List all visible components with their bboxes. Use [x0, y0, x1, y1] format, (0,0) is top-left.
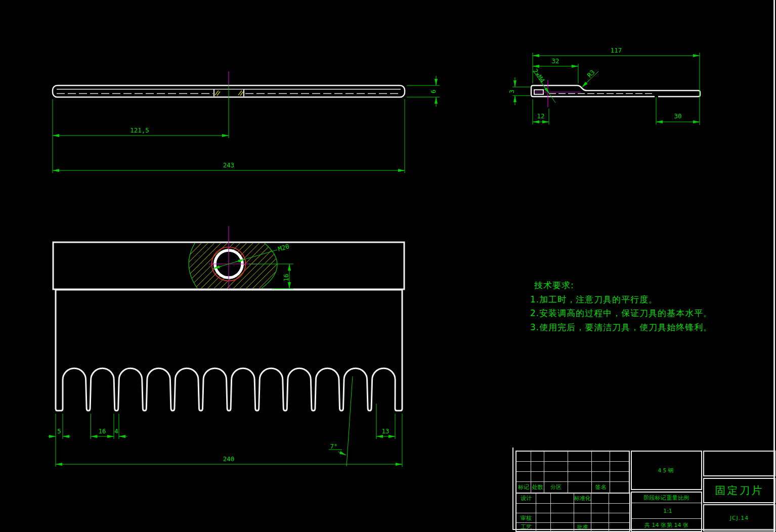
sheets-total: 共 14 张: [644, 521, 666, 529]
dim-side-total: 117: [611, 47, 622, 54]
dim-slot-width: 5: [57, 427, 61, 435]
dim-side-edge: 30: [674, 112, 681, 120]
dim-thread-depth: 16: [282, 274, 290, 281]
blade-profile-outline: [531, 85, 700, 97]
tech-req-item: 1.加工时，注意刀具的平行度。: [530, 293, 753, 307]
label-stage-mark: 阶段标记: [644, 494, 666, 502]
dim-tooth-pitch: 16: [98, 427, 106, 435]
top-view: 121,5 243 6: [53, 71, 440, 173]
dim-tooth-width: 4: [114, 427, 118, 435]
revision-table: 标记 处数 分区 签名: [515, 451, 630, 494]
label-scale: 比例: [678, 494, 689, 502]
dim-half-length: 121,5: [130, 126, 149, 134]
scale-table: 阶段标记 重量 比例 1:1 共 14 张 第 14 张: [631, 492, 702, 532]
tech-req-title: 技术要求:: [534, 279, 753, 293]
frame-titleblock-left: [512, 448, 513, 530]
empty-box: [703, 451, 775, 476]
dim-side-step: 32: [551, 57, 559, 65]
drawing-number-box: JCJ.14: [703, 504, 775, 531]
dim-side-hole: 12: [537, 112, 544, 120]
dim-total-length: 243: [223, 161, 235, 169]
label-signature: 签名: [592, 482, 610, 493]
side-view: 117 32 12 30 3 2×M4 R3: [508, 47, 700, 125]
tech-req-item: 3.使用完后，要清洁刀具，使刀具始终锋利。: [530, 321, 753, 335]
label-weight: 重量: [667, 494, 678, 502]
dim-side-thickness: 3: [508, 90, 515, 94]
dim-height: 6: [429, 90, 437, 94]
label-zone: 分区: [544, 482, 568, 493]
frame-right: [773, 0, 775, 532]
frame-bottom: [512, 529, 775, 530]
drawing-number: JCJ.14: [704, 505, 774, 530]
sheet-number: 第 14 张: [667, 521, 688, 529]
label-mark: 标记: [516, 482, 531, 493]
scale-value: 1:1: [663, 508, 672, 514]
material-value: 45钢: [632, 452, 701, 489]
label-m4-holes: 2×M4: [532, 67, 547, 84]
label-count: 处数: [531, 482, 544, 493]
front-view: M20 16 5 16 4 13 7° 240: [48, 226, 404, 467]
label-review: 审核: [516, 513, 536, 522]
dim-front-total: 240: [223, 455, 235, 463]
technical-requirements: 技术要求: 1.加工时，注意刀具的平行度。 2.安装调高的过程中，保证刀具的基本…: [530, 279, 753, 334]
tech-req-item: 2.安装调高的过程中，保证刀具的基本水平。: [530, 306, 753, 321]
material-box: 45钢: [631, 451, 702, 490]
dim-tooth-angle: 7°: [330, 442, 337, 450]
part-name: 固定刀片: [704, 479, 774, 502]
dim-last-tooth: 13: [381, 427, 389, 435]
label-standardize: 标准化: [574, 494, 591, 503]
label-design: 设计: [516, 494, 536, 503]
comb-body-outline: [56, 290, 402, 411]
approval-table: 设计 标准化 审核 工艺 批准: [515, 493, 630, 532]
part-name-box: 固定刀片: [703, 478, 775, 503]
label-fillet-r3: R3: [586, 68, 596, 79]
